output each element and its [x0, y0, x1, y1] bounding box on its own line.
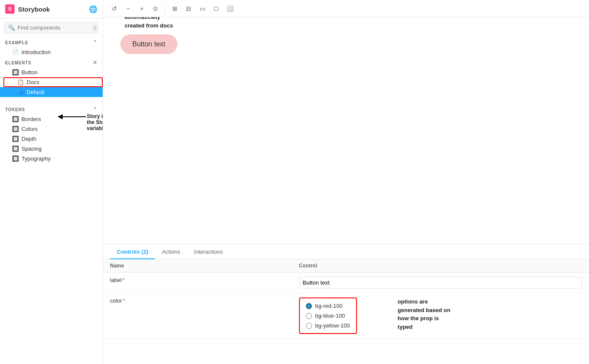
- tokens-chevron-icon: ⌃: [93, 106, 98, 112]
- radio-option-red[interactable]: bg-red-100: [306, 303, 350, 309]
- canvas-area: Button text automaticallycreated from do…: [103, 17, 589, 244]
- zoom-out-button[interactable]: −: [122, 3, 134, 15]
- required-marker-label: *: [122, 277, 125, 283]
- depth-icon: 🔲: [12, 136, 19, 142]
- tab-controls[interactable]: Controls (2): [110, 244, 155, 259]
- introduction-icon: 📄: [12, 49, 19, 55]
- typography-icon: 🔲: [12, 155, 19, 162]
- sidebar-item-depth[interactable]: 🔲 Depth: [0, 134, 103, 144]
- sidebar-item-button[interactable]: 🔲 Button: [0, 67, 103, 77]
- sidebar: S Storybook 🌐 🔍 / EXAMPLE ⌃ 📄 Introducti…: [0, 0, 103, 364]
- row-control-color: bg-red-100 bg-blue-100 bg-yellow-100: [299, 297, 582, 334]
- table-header: Name Control: [103, 259, 589, 273]
- radio-option-yellow[interactable]: bg-yellow-100: [306, 322, 350, 329]
- row-name-label: label*: [110, 277, 299, 283]
- colors-icon: 🔲: [12, 126, 19, 132]
- radio-blue-input[interactable]: [306, 313, 312, 319]
- section-tokens-label: TOKENS: [5, 107, 25, 112]
- sidebar-item-colors[interactable]: 🔲 Colors: [0, 124, 103, 134]
- sidebar-item-borders[interactable]: 🔲 Borders: [0, 114, 103, 124]
- zoom-reset-button[interactable]: ⊙: [150, 3, 162, 15]
- sidebar-header: S Storybook 🌐: [0, 0, 103, 18]
- canvas-content: Button text automaticallycreated from do…: [120, 34, 177, 54]
- grid-button[interactable]: ⊞: [169, 3, 181, 15]
- section-example-label: EXAMPLE: [5, 40, 28, 45]
- tab-actions[interactable]: Actions: [155, 244, 187, 259]
- tabs-row: Controls (2) Actions Interactions: [103, 244, 589, 259]
- docs-item-wrapper: 📋 Docs: [0, 77, 103, 87]
- section-tokens[interactable]: TOKENS ⌃: [0, 104, 103, 114]
- search-shortcut: /: [92, 25, 97, 31]
- borders-label: Borders: [21, 116, 41, 122]
- annotation-options-text: options aregenerated based onhow the pro…: [398, 298, 451, 330]
- radio-blue-label: bg-blue-100: [315, 312, 345, 319]
- tab-interactions[interactable]: Interactions: [187, 244, 230, 259]
- radio-yellow-label: bg-yellow-100: [315, 322, 350, 329]
- table-row-label: label*: [103, 273, 589, 293]
- layout-button[interactable]: ▭: [196, 3, 208, 15]
- radio-red-label: bg-red-100: [315, 303, 343, 309]
- viewport-button[interactable]: ⬡: [210, 3, 222, 15]
- button-folder-icon: 🔲: [12, 69, 19, 76]
- section-example[interactable]: EXAMPLE ⌃: [0, 37, 103, 47]
- colors-label: Colors: [21, 126, 38, 132]
- table-button[interactable]: ⊟: [183, 3, 195, 15]
- radio-group-color: bg-red-100 bg-blue-100 bg-yellow-100: [299, 297, 357, 334]
- radio-red-input[interactable]: [306, 303, 312, 309]
- notification-icon[interactable]: 🌐: [89, 5, 98, 13]
- button-label: Button: [21, 69, 38, 76]
- radio-option-blue[interactable]: bg-blue-100: [306, 312, 350, 319]
- storybook-logo-icon: S: [5, 4, 15, 14]
- main-area: ↺ − + ⊙ ⊞ ⊟ ▭ ⬡ ⬜ Button text automatica…: [103, 0, 589, 364]
- radio-yellow-input[interactable]: [306, 323, 312, 329]
- default-icon: 🔷: [17, 89, 24, 95]
- col-header-control: Control: [299, 263, 582, 269]
- sidebar-item-spacing[interactable]: 🔲 Spacing: [0, 144, 103, 154]
- bottom-panel: Controls (2) Actions Interactions Name C…: [103, 244, 589, 364]
- sidebar-item-typography[interactable]: 🔲 Typography: [0, 154, 103, 164]
- docs-label: Docs: [27, 79, 40, 85]
- chevron-up-icon: ⌃: [93, 39, 98, 46]
- sidebar-item-docs[interactable]: 📋 Docs: [0, 77, 103, 87]
- label-input[interactable]: [299, 277, 582, 288]
- borders-icon: 🔲: [12, 116, 19, 122]
- search-bar[interactable]: 🔍 /: [4, 22, 98, 33]
- search-icon: 🔍: [8, 24, 15, 31]
- row-name-color: color*: [110, 297, 299, 304]
- zoom-in-button[interactable]: +: [136, 3, 148, 15]
- toolbar: ↺ − + ⊙ ⊞ ⊟ ▭ ⬡ ⬜: [103, 0, 589, 17]
- typography-label: Typography: [21, 155, 51, 162]
- sidebar-item-introduction[interactable]: 📄 Introduction: [0, 47, 103, 57]
- spacing-label: Spacing: [21, 146, 42, 152]
- spacing-icon: 🔲: [12, 146, 19, 152]
- fullscreen-button[interactable]: ⬜: [224, 3, 236, 15]
- section-elements[interactable]: ELEMENTS ✕: [0, 57, 103, 67]
- annotation-docs-text: automaticallycreated from docs: [125, 17, 173, 29]
- demo-button[interactable]: Button text: [120, 34, 177, 54]
- row-control-label: [299, 277, 582, 288]
- toolbar-divider-1: [165, 4, 165, 13]
- introduction-label: Introduction: [21, 49, 51, 55]
- refresh-button[interactable]: ↺: [108, 3, 120, 15]
- sidebar-item-default[interactable]: 🔷 Default: [0, 87, 103, 97]
- app-title: Storybook: [18, 6, 50, 13]
- annotation-docs: automaticallycreated from docs: [125, 17, 173, 30]
- annotation-options: options aregenerated based onhow the pro…: [398, 297, 451, 331]
- section-elements-label: ELEMENTS: [5, 61, 31, 65]
- docs-icon: 📋: [17, 79, 24, 85]
- col-header-name: Name: [110, 263, 299, 269]
- table-row-color: color* bg-red-100 bg-blue-100: [103, 293, 589, 339]
- required-marker-color: *: [123, 298, 125, 304]
- default-label: Default: [27, 89, 44, 95]
- search-input[interactable]: [18, 24, 90, 31]
- depth-label: Depth: [21, 136, 37, 142]
- controls-table: Name Control label* color*: [103, 259, 589, 364]
- chevron-close-icon: ✕: [93, 60, 98, 66]
